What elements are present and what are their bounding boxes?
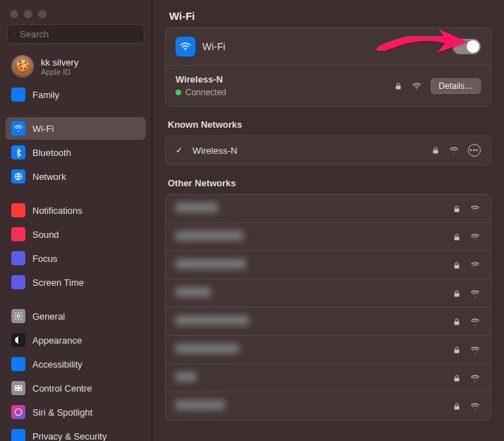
svg-rect-21: [455, 208, 460, 212]
known-networks-list: ✓Wireless-N•••: [165, 135, 491, 165]
other-network-row[interactable]: [166, 223, 491, 251]
close-window-button[interactable]: [10, 10, 18, 18]
avatar: 🍪: [11, 55, 34, 78]
svg-rect-35: [455, 406, 460, 409]
svg-point-36: [474, 409, 475, 409]
sidebar-item-label: Bluetooth: [32, 147, 71, 158]
wifi-signal-icon: [448, 145, 460, 155]
apple-id-account[interactable]: 🍪 kk silvery Apple ID: [6, 51, 146, 82]
svg-point-16: [185, 50, 186, 52]
known-network-row[interactable]: ✓Wireless-N•••: [166, 136, 491, 164]
svg-point-32: [474, 352, 475, 353]
sidebar-item-focus[interactable]: Focus: [6, 247, 146, 270]
sidebar-item-general[interactable]: General: [6, 305, 146, 327]
svg-point-34: [474, 380, 475, 381]
known-networks-title: Known Networks: [168, 119, 488, 130]
wifi-signal-icon: [469, 260, 481, 270]
sidebar-item-label: Network: [32, 171, 66, 182]
network-name: [176, 259, 453, 271]
lock-icon: [453, 373, 461, 383]
sidebar-item-screen-time[interactable]: Screen Time: [6, 271, 146, 294]
window-controls: [0, 0, 152, 24]
svg-point-8: [18, 361, 19, 362]
sidebar-item-control-centre[interactable]: Control Centre: [6, 377, 146, 399]
sidebar-item-accessibility[interactable]: Accessibility: [6, 353, 146, 375]
cc-icon: [11, 381, 25, 395]
lock-icon: [453, 260, 461, 270]
other-network-row[interactable]: [166, 195, 491, 223]
svg-rect-27: [455, 293, 460, 296]
sidebar-item-network[interactable]: Network: [6, 165, 146, 188]
svg-rect-29: [455, 321, 460, 325]
other-network-row[interactable]: [166, 336, 491, 364]
lock-icon: [453, 289, 461, 298]
other-network-row[interactable]: [166, 279, 491, 308]
wifi-signal-icon: [469, 317, 481, 327]
details-button[interactable]: Details…: [431, 78, 481, 94]
network-name: [176, 372, 453, 384]
svg-rect-10: [19, 386, 22, 388]
sidebar-item-wi-fi[interactable]: Wi-Fi: [6, 117, 146, 140]
network-name: [176, 231, 453, 243]
svg-rect-19: [434, 150, 438, 154]
network-name: [176, 400, 453, 412]
lock-icon: [453, 401, 461, 411]
sidebar-item-bluetooth[interactable]: Bluetooth: [6, 141, 146, 164]
wifi-label: Wi-Fi: [202, 41, 453, 52]
lock-icon: [453, 204, 461, 214]
svg-point-28: [474, 296, 475, 296]
sidebar-item-label: Notifications: [32, 205, 82, 216]
connected-network-name: Wireless-N: [176, 74, 394, 85]
other-network-row[interactable]: [166, 308, 491, 336]
search-field[interactable]: [7, 24, 145, 44]
lock-icon: [394, 81, 402, 91]
access-icon: [11, 357, 25, 371]
more-options-button[interactable]: •••: [468, 144, 481, 157]
other-network-row[interactable]: [166, 392, 491, 420]
account-name: kk silvery: [41, 57, 78, 68]
svg-point-3: [19, 92, 21, 95]
svg-point-18: [417, 88, 417, 89]
network-name: Wireless-N: [192, 145, 431, 156]
sidebar-item-label: Sound: [32, 229, 59, 240]
svg-point-2: [16, 92, 19, 95]
globe-icon: [11, 169, 25, 183]
sidebar-item-family[interactable]: Family: [6, 83, 146, 106]
svg-rect-23: [455, 236, 460, 240]
sidebar-item-notifications[interactable]: Notifications: [6, 199, 146, 222]
lock-icon: [453, 232, 461, 242]
sidebar: 🍪 kk silvery Apple ID FamilyWi-FiBluetoo…: [0, 0, 152, 441]
checkmark-icon: ✓: [176, 145, 187, 155]
wifi-toggle[interactable]: [453, 39, 481, 54]
sidebar-item-siri-spotlight[interactable]: Siri & Spotlight: [6, 401, 146, 423]
lock-icon: [431, 145, 440, 155]
content-pane: Wi-Fi Wi-Fi Wireless-N C: [152, 0, 504, 441]
wifi-signal-icon: [469, 232, 481, 242]
wifi-signal-icon: [469, 401, 481, 411]
sidebar-item-label: General: [32, 311, 65, 322]
network-name: [176, 203, 453, 215]
sidebar-item-label: Control Centre: [32, 383, 92, 394]
other-network-row[interactable]: [166, 364, 491, 392]
sound-icon: [11, 227, 25, 241]
sidebar-item-label: Appearance: [32, 335, 82, 346]
lock-icon: [453, 317, 461, 327]
minimize-window-button[interactable]: [24, 10, 32, 18]
zoom-window-button[interactable]: [38, 10, 47, 18]
sidebar-item-sound[interactable]: Sound: [6, 223, 146, 246]
sidebar-item-privacy-security[interactable]: Privacy & Security: [6, 425, 146, 441]
appear-icon: [11, 333, 25, 347]
svg-rect-33: [455, 377, 460, 381]
svg-rect-12: [19, 389, 22, 391]
network-name: [176, 315, 453, 327]
other-networks-list: [165, 194, 491, 421]
search-input[interactable]: [20, 29, 138, 40]
other-network-row[interactable]: [166, 251, 491, 279]
sidebar-item-appearance[interactable]: Appearance: [6, 329, 146, 351]
sidebar-item-label: Family: [32, 90, 59, 100]
sidebar-item-label: Accessibility: [32, 359, 82, 370]
svg-rect-11: [15, 389, 18, 391]
svg-point-20: [453, 152, 454, 153]
svg-rect-25: [455, 265, 460, 268]
search-icon: [13, 29, 16, 39]
